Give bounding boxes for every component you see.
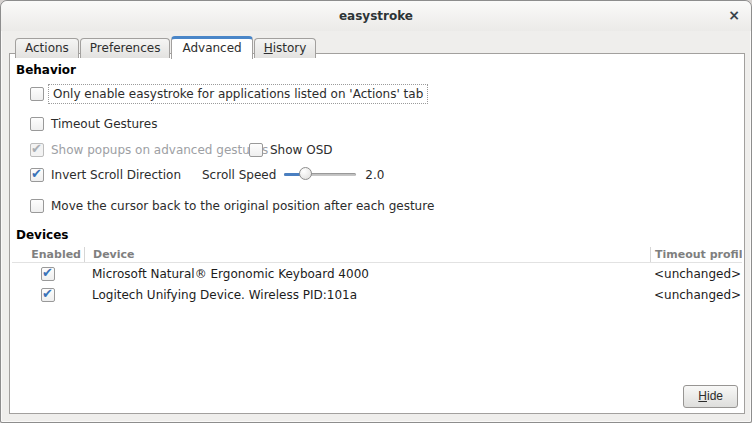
device-name-cell: Microsoft Natural® Ergonomic Keyboard 40…	[84, 267, 650, 281]
show-popups-group: ✔ Show popups on advanced gestures	[30, 143, 249, 157]
show-osd-checkbox[interactable]: ✔	[249, 143, 263, 157]
easystroke-window: easystroke × Actions Preferences Advance…	[0, 0, 752, 423]
invert-scroll-row: ✔ Invert Scroll Direction Scroll Speed 2…	[30, 167, 744, 182]
move-cursor-checkbox[interactable]: ✔	[30, 199, 44, 213]
slider-handle[interactable]	[299, 167, 312, 180]
timeout-gestures-row: ✔ Timeout Gestures	[30, 117, 744, 131]
tab-bar: Actions Preferences Advanced History	[15, 35, 317, 58]
move-cursor-row: ✔ Move the cursor back to the original p…	[30, 199, 744, 213]
window-title: easystroke	[1, 1, 751, 31]
advanced-tab-panel: Behavior ✔ Only enable easystroke for ap…	[9, 53, 745, 414]
show-popups-label: Show popups on advanced gestures	[51, 143, 268, 157]
check-icon: ✔	[42, 266, 53, 280]
check-icon: ✔	[42, 287, 53, 301]
scroll-speed-value: 2.0	[365, 168, 384, 182]
popups-osd-row: ✔ Show popups on advanced gestures ✔ Sho…	[30, 143, 744, 157]
show-popups-checkbox: ✔	[30, 143, 44, 157]
devices-heading: Devices	[16, 228, 744, 242]
tab-preferences[interactable]: Preferences	[80, 38, 171, 58]
invert-scroll-checkbox[interactable]: ✔	[30, 168, 44, 182]
check-icon: ✔	[31, 167, 42, 181]
device-enabled-cell: ✔	[12, 267, 84, 281]
timeout-gestures-label[interactable]: Timeout Gestures	[51, 117, 157, 131]
device-timeout-cell[interactable]: <unchanged>	[650, 288, 742, 302]
timeout-gestures-checkbox[interactable]: ✔	[30, 117, 44, 131]
titlebar: easystroke ×	[1, 1, 751, 31]
column-header-timeout-profile[interactable]: Timeout profile	[650, 247, 742, 262]
hide-button[interactable]: Hide	[683, 385, 738, 408]
device-name-cell: Logitech Unifying Device. Wireless PID:1…	[84, 288, 650, 302]
check-icon: ✔	[31, 142, 42, 156]
tab-advanced[interactable]: Advanced	[171, 36, 252, 59]
close-icon[interactable]: ×	[728, 1, 740, 30]
column-header-device[interactable]: Device	[84, 247, 650, 262]
devices-table: Enabled Device Timeout profile ✔ Microso…	[12, 246, 742, 305]
tab-history[interactable]: History	[254, 38, 317, 58]
scroll-speed-slider[interactable]	[284, 167, 356, 182]
device-timeout-cell[interactable]: <unchanged>	[650, 267, 742, 281]
invert-scroll-group: ✔ Invert Scroll Direction	[30, 168, 202, 182]
device-enabled-cell: ✔	[12, 288, 84, 302]
move-cursor-label[interactable]: Move the cursor back to the original pos…	[51, 199, 434, 213]
devices-table-header: Enabled Device Timeout profile	[12, 246, 742, 263]
only-enable-checkbox[interactable]: ✔	[30, 87, 44, 101]
column-header-enabled[interactable]: Enabled	[12, 248, 84, 261]
device-row[interactable]: ✔ Microsoft Natural® Ergonomic Keyboard …	[12, 263, 742, 284]
scroll-speed-label: Scroll Speed	[202, 168, 276, 182]
show-osd-label[interactable]: Show OSD	[270, 143, 333, 157]
tab-actions[interactable]: Actions	[15, 38, 79, 58]
only-enable-label[interactable]: Only enable easystroke for applications …	[48, 84, 428, 104]
device-enabled-checkbox[interactable]: ✔	[41, 288, 55, 302]
device-row[interactable]: ✔ Logitech Unifying Device. Wireless PID…	[12, 284, 742, 305]
invert-scroll-label[interactable]: Invert Scroll Direction	[51, 168, 181, 182]
only-enable-row: ✔ Only enable easystroke for application…	[30, 84, 744, 104]
device-enabled-checkbox[interactable]: ✔	[41, 267, 55, 281]
